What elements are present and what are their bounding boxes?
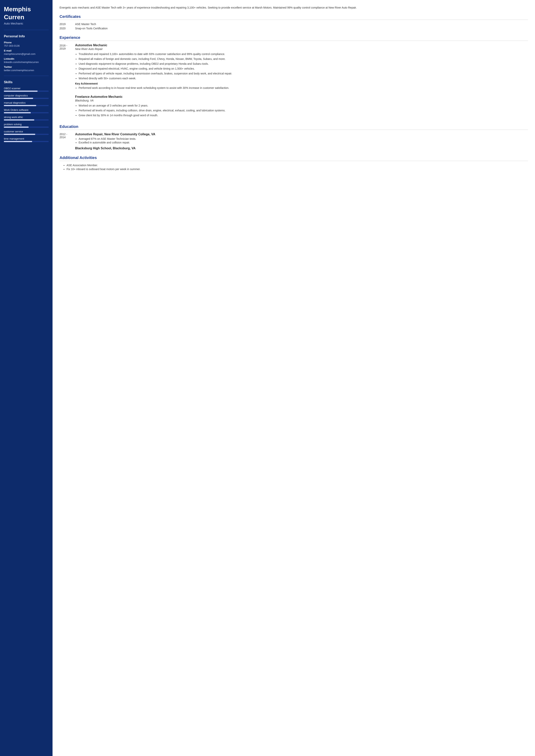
name-line1: Memphis	[4, 6, 49, 13]
experience-section: Experience 2016 - 2019Automotive Mechani…	[60, 35, 528, 119]
summary: Energetic auto mechanic and ASE Master T…	[60, 6, 528, 10]
education-heading: Education	[60, 124, 528, 130]
skill-item: problem solving	[4, 123, 49, 128]
skill-name: manual diagnostics	[4, 101, 49, 104]
edu-title: Automotive Repair, New River Community C…	[75, 133, 528, 136]
name-line2: Curren	[4, 14, 49, 21]
skill-bar-fill	[4, 112, 31, 113]
additional-bullet: ASE Association Member.	[67, 164, 528, 167]
sidebar: Memphis Curren Auto Mechanic Personal In…	[0, 0, 52, 756]
skills-heading: Skills	[4, 80, 49, 84]
experience-block: 2016 - 2019Automotive MechanicNew River …	[60, 43, 528, 92]
skills-list: OBD2 scannercomputer diagnosticsmanual d…	[4, 87, 49, 142]
sidebar-name: Memphis Curren	[4, 6, 49, 21]
exp-dates	[60, 95, 75, 119]
skill-bar-bg	[4, 134, 49, 135]
skill-name: strong work ethic	[4, 116, 49, 119]
certificates-list: 2019ASE Master Tech2020Snap-on Tools Cer…	[60, 22, 528, 30]
exp-bullet: Worked on an average of 3 vehicles per w…	[79, 104, 528, 108]
edu-bullet: Averaged 87% on ASE Master Technician te…	[79, 137, 528, 140]
skill-item: customer service	[4, 130, 49, 135]
exp-bullet: Diagnosed and repaired electrical, HVAC,…	[79, 67, 528, 71]
edu-dates: 2012 - 2014	[60, 133, 75, 145]
linkedin-label: LinkedIn	[4, 57, 49, 60]
skill-name: computer diagnostics	[4, 94, 49, 97]
phone-label: Phone	[4, 41, 49, 44]
exp-bullets: Troubleshot and repaired 3,100+ automobi…	[75, 52, 528, 80]
skill-name: OBD2 scanner	[4, 87, 49, 90]
email-label: E-mail	[4, 49, 49, 52]
exp-bullet: Troubleshot and repaired 3,100+ automobi…	[79, 52, 528, 56]
edu-bullets: Averaged 87% on ASE Master Technician te…	[75, 137, 528, 144]
skill-bar-fill	[4, 91, 38, 92]
cert-row: 2020Snap-on Tools Certification	[60, 27, 528, 30]
skill-bar-fill	[4, 98, 33, 99]
skill-item: strong work ethic	[4, 116, 49, 121]
skill-bar-bg	[4, 98, 49, 99]
personal-info-section: Personal Info Phone 757-303-0136 E-mail …	[4, 30, 49, 72]
exp-title: Freelance Automotive Mechanic	[75, 95, 528, 98]
skill-item: manual diagnostics	[4, 101, 49, 106]
cert-name: ASE Master Tech	[75, 22, 96, 26]
education-section: Education 2012 - 2014Automotive Repair, …	[60, 124, 528, 150]
experience-heading: Experience	[60, 35, 528, 41]
exp-bullets: Worked on an average of 3 vehicles per w…	[75, 104, 528, 118]
exp-title: Automotive Mechanic	[75, 43, 528, 47]
skill-item: Work Orders software	[4, 108, 49, 113]
cert-name: Snap-on Tools Certification	[75, 27, 108, 30]
experience-block: Freelance Automotive MechanicBlacksburg,…	[60, 95, 528, 119]
exp-bullet: Used diagnostic equipment to diagnose pr…	[79, 62, 528, 66]
skill-item: OBD2 scanner	[4, 87, 49, 92]
linkedin-value: linkedin.com/in/memphiscurren	[4, 61, 49, 64]
skill-bar-fill	[4, 126, 29, 128]
key-achievement-label: Key Achievement	[75, 82, 528, 85]
skill-bar-bg	[4, 126, 49, 128]
exp-details: Automotive MechanicNew River Auto Repair…	[75, 43, 528, 92]
exp-bullet: Repaired all makes of foreign and domest…	[79, 57, 528, 61]
skill-item: computer diagnostics	[4, 94, 49, 99]
skill-name: problem solving	[4, 123, 49, 126]
skills-section: Skills OBD2 scannercomputer diagnosticsm…	[4, 76, 49, 142]
exp-bullet: Performed all types of vehicle repair, i…	[79, 71, 528, 76]
email-value: memphiscurren@gmail.com	[4, 52, 49, 55]
skill-name: customer service	[4, 130, 49, 133]
certificates-heading: Certificates	[60, 14, 528, 20]
experience-list: 2016 - 2019Automotive MechanicNew River …	[60, 43, 528, 119]
additional-heading: Additional Activities	[60, 155, 528, 161]
exp-details: Freelance Automotive MechanicBlacksburg,…	[75, 95, 528, 119]
exp-company: New River Auto Repair	[75, 47, 528, 50]
skill-bar-fill	[4, 134, 35, 135]
job-title: Auto Mechanic	[4, 22, 49, 25]
twitter-value: twitter.com/memphiscurren	[4, 69, 49, 72]
additional-bullet: Fix 10+ inboard & outboard boat motors p…	[67, 168, 528, 171]
skill-name: time management	[4, 137, 49, 140]
cert-year: 2020	[60, 27, 75, 30]
edu-bullet: Excelled in automobile and collision rep…	[79, 141, 528, 144]
additional-list: ASE Association Member.Fix 10+ inboard &…	[60, 164, 528, 171]
skill-name: Work Orders software	[4, 108, 49, 111]
edu-school2: Blacksburg High School, Blacksburg, VA	[75, 147, 528, 150]
skill-bar-fill	[4, 119, 34, 121]
skill-bar-bg	[4, 112, 49, 113]
education-row: 2012 - 2014Automotive Repair, New River …	[60, 133, 528, 145]
skill-bar-bg	[4, 119, 49, 121]
exp-bullet: Grew client list by 30% in 14 months thr…	[79, 113, 528, 118]
skill-bar-bg	[4, 91, 49, 92]
exp-dates: 2016 - 2019	[60, 43, 75, 92]
skill-bar-bg	[4, 141, 49, 142]
cert-year: 2019	[60, 22, 75, 26]
skill-bar-fill	[4, 141, 32, 142]
certificates-section: Certificates 2019ASE Master Tech2020Snap…	[60, 14, 528, 30]
additional-section: Additional Activities ASE Association Me…	[60, 155, 528, 171]
exp-bullet: Worked directly with 50+ customers each …	[79, 76, 528, 80]
skill-bar-fill	[4, 105, 36, 106]
exp-bullet: Performed all levels of repairs, includi…	[79, 108, 528, 113]
twitter-label: Twitter	[4, 66, 49, 68]
phone-value: 757-303-0136	[4, 44, 49, 47]
cert-row: 2019ASE Master Tech	[60, 22, 528, 26]
exp-company: Blacksburg, VA	[75, 99, 528, 102]
skill-bar-bg	[4, 105, 49, 106]
edu-details: Automotive Repair, New River Community C…	[75, 133, 528, 145]
personal-info-heading: Personal Info	[4, 34, 49, 38]
skill-item: time management	[4, 137, 49, 142]
